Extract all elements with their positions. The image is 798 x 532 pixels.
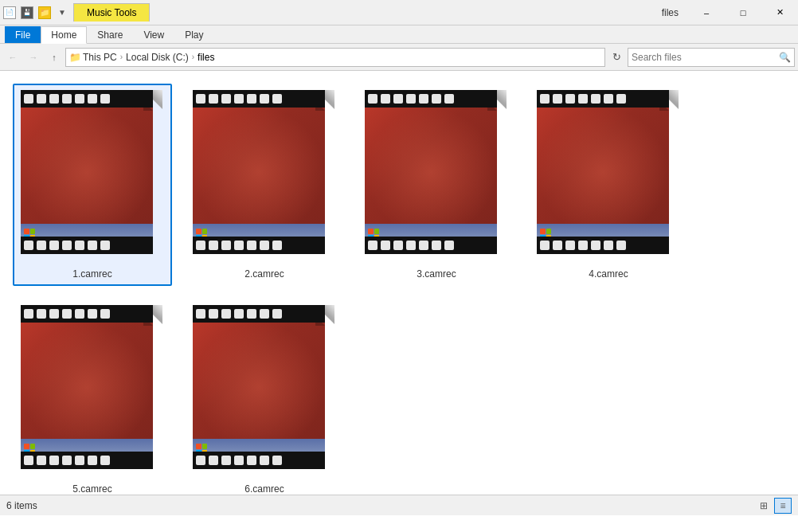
file-item[interactable]: 2.camrec [185,84,344,286]
film-strip-bottom [193,237,325,254]
film-hole [196,241,205,250]
film-hole [393,241,403,250]
item-count: 6 items [6,500,37,511]
thumbnail-view-button[interactable]: ⊞ [755,498,773,514]
file-item[interactable]: 1.camrec [13,84,172,286]
film-hole [209,456,218,465]
film-hole [24,456,33,465]
film-strip-bottom [365,237,497,254]
film-strip-top [193,305,325,323]
film-strip-bottom [193,452,325,469]
tab-view[interactable]: View [133,26,174,43]
title-tab-area: Music Tools [73,3,652,22]
camrec-icon [21,90,162,264]
camrec-icon [537,90,679,264]
file-icon [21,305,164,480]
search-input[interactable] [632,52,779,63]
film-hole [540,94,550,104]
path-files[interactable]: files [198,52,214,63]
film-hole [591,241,600,250]
film-hole [260,456,269,465]
camrec-icon [365,90,507,264]
film-strip-top [537,90,669,108]
file-item[interactable]: 6.camrec [185,299,344,495]
film-hole [368,241,377,250]
win-quad-1 [540,229,546,234]
maximize-button[interactable]: □ [725,0,761,25]
film-hole [209,309,218,319]
film-hole [247,241,256,250]
film-hole [49,309,59,319]
title-floppy-icon: 💾 [21,6,33,19]
path-local-disk[interactable]: Local Disk (C:) [126,52,189,63]
title-doc-icon: 📄 [3,6,16,19]
win-quad-2 [30,229,36,234]
film-glow [365,108,497,237]
film-hole [62,309,72,319]
music-tools-tab[interactable]: Music Tools [73,3,150,22]
film-hole [432,94,441,104]
film-hole [221,309,231,319]
file-area: 1.camrec [0,71,798,495]
film-hole [272,309,282,319]
film-hole [209,241,218,250]
search-box[interactable]: 🔍 [628,48,795,67]
film-hole [247,94,256,104]
film-glow [193,108,325,237]
ribbon-tabs: File Home Share View Play [0,25,798,43]
film-hole [260,94,269,104]
film-hole [100,241,110,250]
win-quad-2 [202,444,208,449]
file-label: 5.camrec [72,483,111,495]
film-hole [221,241,231,250]
film-hole [260,309,269,319]
film-strip-top [21,90,153,108]
forward-button[interactable]: → [24,48,43,67]
film-hole [234,309,244,319]
file-item[interactable]: 5.camrec [13,299,172,495]
film-hole [88,94,97,104]
film-hole [100,456,110,465]
file-label: 3.camrec [417,268,456,280]
film-hole [221,94,231,104]
film-hole [88,309,97,319]
win-quad-1 [196,444,201,449]
film-hole [406,94,416,104]
tab-home[interactable]: Home [41,26,87,44]
title-bar: 📄 💾 📁 ▼ Music Tools files – □ ✕ [0,0,798,25]
film-hole [578,94,588,104]
address-path[interactable]: 📁 This PC › Local Disk (C:) › files [65,48,605,67]
film-hole [37,456,46,465]
tab-file[interactable]: File [5,26,41,43]
file-item[interactable]: 3.camrec [357,84,516,286]
refresh-button[interactable]: ↻ [607,48,626,67]
file-grid: 1.camrec [6,77,792,495]
film-hole [221,456,231,465]
back-button[interactable]: ← [3,48,22,67]
list-view-button[interactable]: ≡ [774,498,792,514]
win-quad-2 [30,444,36,449]
film-hole [37,241,46,250]
win-quad-2 [546,229,552,234]
film-hole [272,241,282,250]
close-button[interactable]: ✕ [761,0,798,25]
film-hole [234,456,244,465]
film-hole [75,241,84,250]
film-hole [234,94,244,104]
camrec-icon [193,305,334,479]
film-hole [75,456,84,465]
minimize-button[interactable]: – [688,0,725,25]
up-button[interactable]: ↑ [45,48,64,67]
tab-play[interactable]: Play [174,26,213,43]
film-hole [553,241,562,250]
film-hole [381,241,390,250]
film-hole [100,94,110,104]
path-this-pc[interactable]: This PC [83,52,117,63]
film-glow [537,108,669,237]
film-hole [419,94,428,104]
file-item[interactable]: 4.camrec [529,84,688,286]
tab-share[interactable]: Share [87,26,133,43]
film-hole [62,241,72,250]
film-hole [591,94,600,104]
title-arrow-icon: ▼ [56,6,68,19]
